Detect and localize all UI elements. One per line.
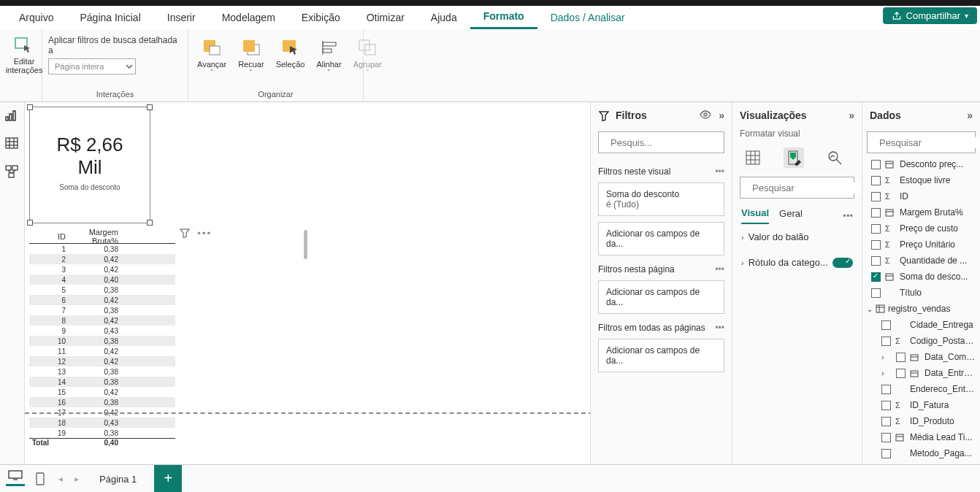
data-search[interactable] bbox=[867, 131, 976, 153]
table-row[interactable]: 70,38 bbox=[29, 305, 175, 315]
drilldown-select[interactable]: Página inteira bbox=[48, 58, 136, 74]
model-view-icon[interactable] bbox=[5, 165, 20, 178]
table-row[interactable]: 150,42 bbox=[29, 387, 175, 397]
checkbox[interactable] bbox=[881, 337, 891, 346]
more-icon[interactable]: ••• bbox=[197, 228, 212, 239]
table-row[interactable]: 80,42 bbox=[29, 315, 175, 326]
table-row[interactable]: 40,40 bbox=[29, 274, 175, 285]
prop-callout-value[interactable]: ›Valor do balão bbox=[732, 224, 862, 250]
table-row[interactable]: 180,43 bbox=[29, 418, 175, 428]
menu-tab-arquivo[interactable]: Arquivo bbox=[6, 6, 66, 29]
mobile-layout-icon[interactable] bbox=[31, 472, 50, 486]
selection-button[interactable]: Seleção bbox=[273, 35, 308, 70]
field-estoquelivre[interactable]: ΣEstoque livre bbox=[862, 172, 980, 188]
filters-search-input[interactable] bbox=[610, 137, 733, 148]
table-row[interactable]: 60,42 bbox=[29, 295, 175, 305]
more-icon[interactable]: ••• bbox=[843, 210, 853, 221]
field-id[interactable]: ΣID bbox=[862, 188, 980, 204]
bring-forward-button[interactable]: Avançar˅ bbox=[194, 35, 229, 77]
field-descontopre[interactable]: Desconto preç... bbox=[862, 156, 980, 172]
align-button[interactable]: Alinhar˅ bbox=[313, 35, 344, 77]
format-visual-icon[interactable] bbox=[784, 147, 804, 168]
table-row[interactable]: 190,38 bbox=[29, 428, 175, 438]
checkbox[interactable] bbox=[896, 353, 906, 362]
more-icon[interactable]: ••• bbox=[715, 264, 724, 274]
menu-tab-exibio[interactable]: Exibição bbox=[288, 6, 353, 29]
menu-tab-inserir[interactable]: Inserir bbox=[154, 6, 209, 29]
field-quantidadede[interactable]: ΣQuantidade de ... bbox=[862, 253, 980, 269]
prev-page-icon[interactable]: ◂ bbox=[55, 474, 66, 484]
checkbox[interactable] bbox=[881, 417, 891, 426]
checkbox[interactable] bbox=[881, 320, 891, 330]
table-row[interactable]: 160,38 bbox=[29, 397, 175, 407]
more-icon[interactable]: ••• bbox=[715, 166, 724, 177]
group-button[interactable]: Agrupar˅ bbox=[351, 35, 385, 77]
collapse-icon[interactable]: » bbox=[967, 109, 973, 121]
filters-search[interactable] bbox=[598, 131, 724, 153]
table-visual[interactable]: ••• ID Margem Bruta% 10,3820,4230,4240,4… bbox=[29, 229, 175, 450]
data-view-icon[interactable] bbox=[5, 137, 20, 150]
add-fields-drop[interactable]: Adicionar os campos de da... bbox=[598, 339, 724, 372]
field-preounitrio[interactable]: ΣPreço Unitário bbox=[862, 237, 980, 253]
checkbox[interactable] bbox=[881, 385, 891, 394]
add-fields-drop[interactable]: Adicionar os campos de da... bbox=[598, 222, 724, 255]
table-row[interactable]: 100,38 bbox=[29, 336, 175, 346]
tab-visual[interactable]: Visual bbox=[741, 207, 769, 224]
share-button[interactable]: Compartilhar ▾ bbox=[883, 7, 977, 24]
field-preodecusto[interactable]: ΣPreço de custo bbox=[862, 220, 980, 237]
table-row[interactable]: 140,38 bbox=[29, 377, 175, 387]
checkbox[interactable] bbox=[881, 449, 891, 458]
checkbox[interactable] bbox=[896, 369, 906, 378]
table-row[interactable]: 10,38 bbox=[29, 244, 175, 254]
filter-card[interactable]: Soma do desconto é (Tudo) bbox=[598, 182, 724, 216]
field-somadodesco[interactable]: Soma do desco... bbox=[862, 269, 980, 285]
field-enderecoentre[interactable]: Endereco_Entre... bbox=[862, 381, 980, 397]
menu-tab-modelagem[interactable]: Modelagem bbox=[209, 6, 288, 29]
viz-search[interactable] bbox=[740, 177, 854, 199]
desktop-layout-icon[interactable] bbox=[6, 472, 25, 486]
scrollbar-thumb[interactable] bbox=[304, 230, 307, 259]
next-page-icon[interactable]: ▸ bbox=[72, 474, 82, 484]
menu-tab-otimizar[interactable]: Otimizar bbox=[353, 6, 418, 29]
checkbox[interactable] bbox=[871, 176, 881, 185]
checkbox[interactable] bbox=[881, 433, 891, 442]
data-search-input[interactable] bbox=[879, 137, 980, 148]
field-datacompra[interactable]: ›Data_Compra bbox=[862, 349, 980, 365]
collapse-icon[interactable]: » bbox=[719, 109, 724, 121]
tab-geral[interactable]: Geral bbox=[779, 208, 803, 223]
eye-icon[interactable] bbox=[700, 109, 711, 120]
checkbox[interactable] bbox=[871, 208, 881, 218]
checkbox[interactable] bbox=[871, 288, 881, 298]
add-page-button[interactable]: + bbox=[154, 465, 182, 493]
field-mdialeadti[interactable]: Média Lead Ti... bbox=[862, 429, 980, 445]
field-dataentrega[interactable]: ›Data_Entrega bbox=[862, 365, 980, 381]
report-canvas[interactable]: R$ 2,66 Mil Soma do desconto ••• ID Marg… bbox=[25, 102, 590, 464]
table-row[interactable]: 50,38 bbox=[29, 285, 175, 295]
checkbox[interactable] bbox=[881, 401, 891, 410]
filter-icon[interactable] bbox=[180, 228, 190, 239]
field-cidadeentrega[interactable]: Cidade_Entrega bbox=[862, 317, 980, 333]
edit-interactions-button[interactable]: Editar interações bbox=[6, 32, 42, 76]
page-tab-1[interactable]: Página 1 bbox=[88, 465, 148, 493]
checkbox[interactable] bbox=[871, 224, 881, 234]
menu-tab-ajuda[interactable]: Ajuda bbox=[418, 6, 470, 29]
checkbox[interactable] bbox=[871, 256, 881, 266]
table-row[interactable]: 120,42 bbox=[29, 356, 175, 366]
checkbox[interactable] bbox=[871, 192, 881, 201]
more-icon[interactable]: ••• bbox=[715, 323, 724, 333]
field-codigopostal[interactable]: ΣCodigo_Postal_... bbox=[862, 333, 980, 349]
send-backward-button[interactable]: Recuar˅ bbox=[235, 35, 267, 77]
checkbox[interactable] bbox=[871, 240, 881, 250]
menu-tab-pginainicial[interactable]: Página Inicial bbox=[66, 6, 153, 29]
card-visual[interactable]: R$ 2,66 Mil Soma do desconto bbox=[29, 107, 150, 223]
checkbox[interactable] bbox=[871, 272, 881, 282]
field-margembruta[interactable]: Margem Bruta% bbox=[862, 204, 980, 220]
field-ttulo[interactable]: Título bbox=[862, 285, 980, 301]
table-row[interactable]: 90,43 bbox=[29, 326, 175, 336]
build-visual-icon[interactable] bbox=[743, 147, 763, 168]
menu-tab-dadosanalisar[interactable]: Dados / Analisar bbox=[537, 6, 638, 29]
table-row[interactable]: 30,42 bbox=[29, 264, 175, 274]
table-registro-vendas[interactable]: ⌄ registro_vendas bbox=[862, 301, 980, 317]
field-idproduto[interactable]: ΣID_Produto bbox=[862, 413, 980, 429]
add-fields-drop[interactable]: Adicionar os campos de da... bbox=[598, 280, 724, 314]
